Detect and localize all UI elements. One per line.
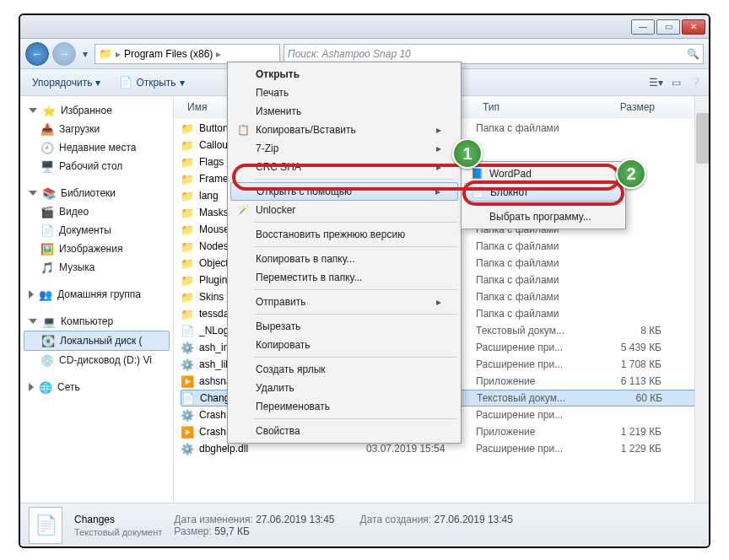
- file-name: Nodes: [199, 240, 229, 252]
- network-icon: 🌐: [39, 380, 52, 394]
- ctx-properties[interactable]: Свойства: [230, 422, 458, 440]
- file-name: dbghelp.dll: [199, 443, 248, 455]
- file-name: ash_in: [199, 342, 229, 353]
- address-path: Program Files (x86): [124, 48, 213, 60]
- file-icon: 📁: [181, 273, 194, 287]
- open-button[interactable]: 📄Открыть▾: [114, 73, 189, 93]
- file-type: Приложение: [476, 426, 594, 438]
- ctx-open[interactable]: Открыть: [230, 65, 458, 83]
- ctx-open-with[interactable]: Открыть с помощью▸: [230, 182, 458, 201]
- sidebar-item-localdisk[interactable]: 💽Локальный диск (: [24, 331, 170, 351]
- ctx-shortcut[interactable]: Создать ярлык: [230, 360, 458, 379]
- sub-choose[interactable]: Выбрать программу...: [464, 207, 623, 226]
- file-type: Расширение при...: [476, 358, 594, 370]
- col-type[interactable]: Тип: [476, 101, 594, 113]
- file-type: Папка с файлами: [476, 291, 594, 303]
- sidebar-item-cd[interactable]: 💿CD-дисковод (D:) Vi: [24, 351, 170, 369]
- file-icon: 📁: [181, 223, 194, 236]
- file-size: 60 КБ: [595, 392, 662, 404]
- scrollbar[interactable]: [694, 96, 709, 503]
- ctx-unlocker[interactable]: 🪄Unlocker: [230, 201, 458, 219]
- status-filetype: Текстовый документ: [74, 527, 162, 537]
- search-placeholder: Поиск: Ashampoo Snap 10: [288, 48, 411, 60]
- file-icon: ▶️: [181, 425, 194, 439]
- sidebar-item[interactable]: 🖥️Рабочий стол: [24, 157, 170, 175]
- file-type: Текстовый докум...: [477, 392, 595, 404]
- wand-icon: 🪄: [235, 204, 251, 216]
- file-icon: 📁: [181, 138, 194, 152]
- ctx-edit[interactable]: Изменить: [230, 102, 458, 121]
- ctx-print[interactable]: Печать: [230, 83, 458, 102]
- ctx-restore[interactable]: Восстановить прежнюю версию: [230, 225, 458, 244]
- desktop-icon: 🖥️: [40, 159, 54, 173]
- ctx-copypaste[interactable]: 📋Копировать/Вставить▸: [230, 121, 458, 139]
- status-size-label: Размер:: [174, 525, 212, 537]
- sidebar-homegroup[interactable]: 👥Домашняя группа: [24, 285, 170, 304]
- search-input[interactable]: Поиск: Ashampoo Snap 10 🔍: [284, 44, 704, 64]
- video-icon: 🎬: [40, 205, 54, 218]
- ctx-moveto[interactable]: Переместить в папку...: [230, 268, 458, 287]
- col-size[interactable]: Размер: [594, 101, 662, 113]
- file-type: Папка с файлами: [476, 240, 594, 252]
- help-icon[interactable]: ❔: [689, 77, 702, 89]
- sidebar-item[interactable]: 📥Загрузки: [24, 120, 170, 138]
- sidebar: ⭐Избранное 📥Загрузки 🕘Недавние места 🖥️Р…: [20, 96, 174, 503]
- file-type: Расширение при...: [476, 342, 594, 353]
- ctx-delete[interactable]: Удалить: [230, 379, 458, 397]
- status-created: 27.06.2019 13:45: [435, 514, 513, 525]
- view-icon[interactable]: ☰▾: [649, 77, 663, 89]
- sidebar-network[interactable]: 🌐Сеть: [24, 378, 170, 396]
- file-date: 03.07.2019 15:54: [366, 443, 476, 455]
- documents-icon: 📄: [40, 223, 54, 237]
- ctx-copy[interactable]: Копировать: [230, 336, 458, 354]
- organize-button[interactable]: Упорядочить▾: [27, 73, 105, 92]
- sidebar-libraries[interactable]: 📚Библиотеки: [24, 184, 170, 202]
- sub-wordpad[interactable]: 📘WordPad: [464, 164, 623, 183]
- scrollbar-thumb[interactable]: [696, 113, 709, 164]
- sidebar-item[interactable]: 🎬Видео: [24, 202, 170, 221]
- preview-pane-icon[interactable]: ▭: [672, 77, 681, 89]
- sidebar-item[interactable]: 🖼️Изображения: [24, 240, 170, 258]
- search-icon: 🔍: [687, 48, 699, 60]
- ctx-cut[interactable]: Вырезать: [230, 317, 458, 336]
- address-bar[interactable]: 📁 ▸ Program Files (x86) ▸: [94, 44, 280, 64]
- file-size: 5 439 КБ: [594, 342, 662, 353]
- chevron-right-icon: ▸: [116, 48, 121, 60]
- ctx-7zip[interactable]: 7-Zip▸: [230, 139, 458, 158]
- sidebar-item[interactable]: 🎵Музыка: [24, 258, 170, 277]
- file-icon: 📁: [181, 307, 194, 320]
- ctx-sendto[interactable]: Отправить▸: [230, 293, 458, 311]
- folder-icon: 📁: [99, 47, 112, 61]
- file-type: Папка с файлами: [476, 257, 594, 269]
- ctx-rename[interactable]: Переименовать: [230, 397, 458, 416]
- file-type: Приложение: [476, 375, 594, 387]
- status-date-label: Дата изменения:: [174, 514, 253, 525]
- status-filename: Changes: [74, 514, 162, 525]
- sub-notepad[interactable]: 📄Блокнот: [464, 183, 623, 202]
- file-name: _NLog: [199, 325, 229, 337]
- sidebar-favorites[interactable]: ⭐Избранное: [24, 101, 170, 120]
- forward-button[interactable]: →: [52, 42, 76, 66]
- ctx-copyto[interactable]: Копировать в папку...: [230, 250, 458, 268]
- file-size: 1 219 КБ: [594, 426, 662, 438]
- ctx-crc[interactable]: CRC SHA▸: [230, 158, 458, 176]
- wordpad-icon: 📘: [469, 168, 484, 180]
- homegroup-icon: 👥: [39, 288, 52, 301]
- history-dropdown-icon[interactable]: ▾: [79, 46, 91, 62]
- close-button[interactable]: ✕: [682, 19, 705, 35]
- sidebar-item[interactable]: 🕘Недавние места: [24, 138, 170, 157]
- file-type: Папка с файлами: [476, 274, 594, 286]
- minimize-button[interactable]: —: [631, 19, 655, 35]
- sidebar-item[interactable]: 📄Документы: [24, 221, 170, 240]
- chevron-right-icon: ▸: [216, 48, 221, 60]
- back-button[interactable]: ←: [25, 42, 49, 66]
- file-size: 1 708 КБ: [594, 358, 662, 370]
- maximize-button[interactable]: ▭: [656, 19, 680, 35]
- file-size: 1 229 КБ: [594, 443, 662, 455]
- open-icon: 📄: [119, 76, 132, 89]
- file-icon: 📁: [181, 155, 194, 169]
- file-type: Папка с файлами: [476, 308, 594, 320]
- file-icon: ⚙️: [181, 442, 194, 455]
- context-menu: Открыть Печать Изменить 📋Копировать/Вста…: [227, 62, 462, 444]
- sidebar-computer[interactable]: 💻Компьютер: [24, 312, 170, 331]
